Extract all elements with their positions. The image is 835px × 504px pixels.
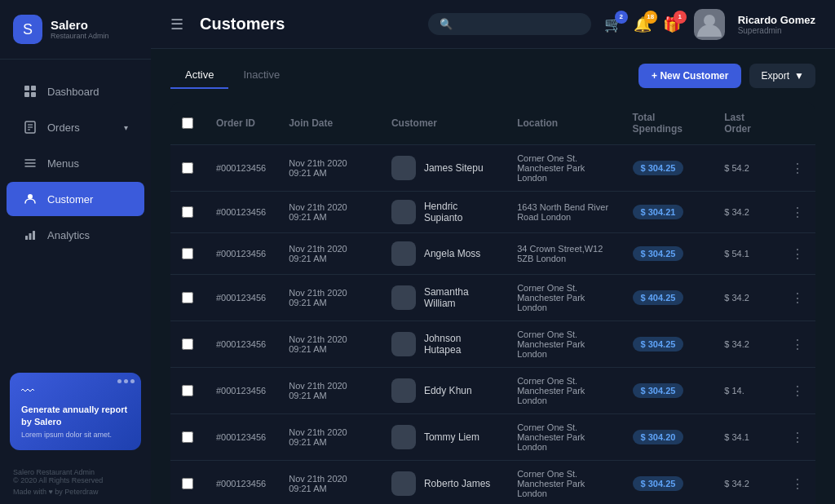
row-more-button-3[interactable]: ⋮ [791, 290, 804, 306]
cell-order-id: #000123456 [205, 368, 277, 414]
select-all-checkbox[interactable] [182, 117, 193, 129]
app-subtitle: Restaurant Admin [51, 32, 109, 40]
svg-rect-13 [29, 233, 32, 240]
tab-actions: + New Customer Export ▼ [638, 64, 815, 88]
cell-join-date: Nov 21th 2020 09:21 AM [277, 461, 380, 505]
row-more-button-0[interactable]: ⋮ [791, 161, 804, 176]
table-row: #000123456 Nov 21th 2020 09:21 AM Johnso… [170, 321, 815, 368]
avatar [694, 9, 725, 40]
row-more-button-5[interactable]: ⋮ [791, 383, 804, 399]
sidebar-item-menus[interactable]: Menus [7, 146, 144, 180]
row-checkbox-3[interactable] [182, 292, 193, 303]
menus-label: Menus [47, 157, 128, 170]
dashboard-icon [23, 84, 38, 99]
sidebar-item-dashboard[interactable]: Dashboard [7, 74, 144, 108]
table-row: #000123456 Nov 21th 2020 09:21 AM Angela… [170, 233, 815, 275]
cell-join-date: Nov 21th 2020 09:21 AM [277, 233, 380, 275]
menus-icon [23, 156, 38, 170]
cell-location: Corner One St. Manchester Park London [506, 368, 621, 414]
notifications-button[interactable]: 🔔 18 [634, 15, 652, 33]
gifts-badge: 1 [674, 11, 687, 24]
export-chevron-icon: ▼ [794, 70, 804, 82]
customer-avatar-2 [391, 241, 416, 266]
sidebar-footer: Salero Restaurant Admin © 2020 All Right… [0, 460, 151, 504]
banner-icon: 〰 [21, 384, 130, 399]
search-icon: 🔍 [440, 18, 453, 30]
orders-label: Orders [47, 122, 114, 134]
sidebar-item-analytics[interactable]: Analytics [7, 218, 144, 252]
cell-last-order: $ 34.2 [713, 192, 780, 233]
cell-last-order: $ 34.2 [713, 321, 780, 368]
customer-name-6: Tommy Liem [424, 431, 479, 443]
tab-inactive[interactable]: Inactive [228, 62, 294, 89]
export-button[interactable]: Export ▼ [749, 64, 815, 88]
customer-avatar-4 [391, 332, 416, 356]
cell-customer: Samantha William [380, 275, 506, 321]
customer-name-1: Hendric Supianto [424, 201, 494, 223]
tab-active[interactable]: Active [170, 62, 228, 89]
cell-location: 34 Crown Street,W12 5ZB London [506, 233, 621, 275]
customer-name-5: Eddy Khun [424, 385, 472, 396]
row-more-button-4[interactable]: ⋮ [791, 337, 804, 352]
cell-last-order: $ 54.2 [713, 145, 780, 192]
new-customer-button[interactable]: + New Customer [638, 64, 741, 88]
customer-name-2: Angela Moss [424, 248, 480, 259]
hamburger-icon[interactable]: ☰ [170, 15, 183, 33]
customer-avatar-7 [391, 471, 416, 496]
sidebar: S Salero Restaurant Admin Dashboard Orde… [0, 0, 151, 504]
row-checkbox-5[interactable] [182, 385, 193, 396]
cell-last-order: $ 14. [713, 368, 780, 414]
cell-customer: Roberto James [380, 461, 506, 505]
cell-join-date: Nov 21th 2020 09:21 AM [277, 321, 380, 368]
cell-order-id: #000123456 [205, 145, 277, 192]
row-checkbox-1[interactable] [182, 206, 193, 218]
cart-button[interactable]: 🛒 2 [604, 15, 622, 33]
row-more-button-2[interactable]: ⋮ [791, 246, 804, 262]
app-name: Salero [51, 19, 109, 33]
cell-total-spendings: $ 304.25 [621, 321, 714, 368]
notifications-badge: 18 [644, 11, 657, 24]
cell-total-spendings: $ 304.25 [621, 461, 714, 505]
cell-customer: Johnson Hutapea [380, 321, 506, 368]
row-more-button-6[interactable]: ⋮ [791, 430, 804, 445]
analytics-icon [23, 228, 38, 242]
row-checkbox-4[interactable] [182, 338, 193, 350]
row-more-button-7[interactable]: ⋮ [791, 476, 804, 492]
table-row: #000123456 Nov 21th 2020 09:21 AM Tommy … [170, 414, 815, 461]
row-checkbox-2[interactable] [182, 248, 193, 259]
banner-description: Lorem ipsum dolor sit amet. [21, 431, 130, 439]
customer-name-7: Roberto James [424, 478, 490, 489]
svg-rect-3 [31, 92, 36, 97]
cell-location: 1643 North Bend River Road London [506, 192, 621, 233]
customer-avatar-5 [391, 378, 416, 403]
cell-last-order: $ 34.2 [713, 275, 780, 321]
col-total-spendings: Total Spendings [621, 102, 714, 145]
cell-customer: Eddy Khun [380, 368, 506, 414]
banner-title: Generate annually report by Salero [21, 404, 130, 427]
cell-order-id: #000123456 [205, 414, 277, 461]
cell-customer: Hendric Supianto [380, 192, 506, 233]
svg-rect-12 [25, 236, 28, 240]
customer-name-3: Samantha William [424, 286, 494, 309]
cell-customer: Angela Moss [380, 233, 506, 275]
customer-name-4: Johnson Hutapea [424, 333, 494, 356]
gifts-button[interactable]: 🎁 1 [663, 15, 681, 33]
cell-customer: Tommy Liem [380, 414, 506, 461]
search-bar[interactable]: 🔍 [428, 13, 591, 35]
cell-location: Corner One St. Manchester Park London [506, 461, 621, 505]
cell-order-id: #000123456 [205, 461, 277, 505]
row-checkbox-0[interactable] [182, 162, 193, 174]
search-input[interactable] [459, 19, 573, 30]
cell-total-spendings: $ 304.25 [621, 233, 714, 275]
footer-company: Salero Restaurant Admin [13, 468, 138, 476]
user-name: Ricardo Gomez [738, 14, 815, 26]
cell-join-date: Nov 21th 2020 09:21 AM [277, 192, 380, 233]
sidebar-item-orders[interactable]: Orders ▾ [7, 110, 144, 144]
row-checkbox-7[interactable] [182, 478, 193, 489]
sidebar-item-customer[interactable]: Customer [7, 182, 144, 216]
col-join-date: Join Date [277, 102, 380, 145]
row-checkbox-6[interactable] [182, 431, 193, 443]
cell-total-spendings: $ 404.25 [621, 275, 714, 321]
row-more-button-1[interactable]: ⋮ [791, 205, 804, 220]
cart-badge: 2 [615, 11, 628, 24]
